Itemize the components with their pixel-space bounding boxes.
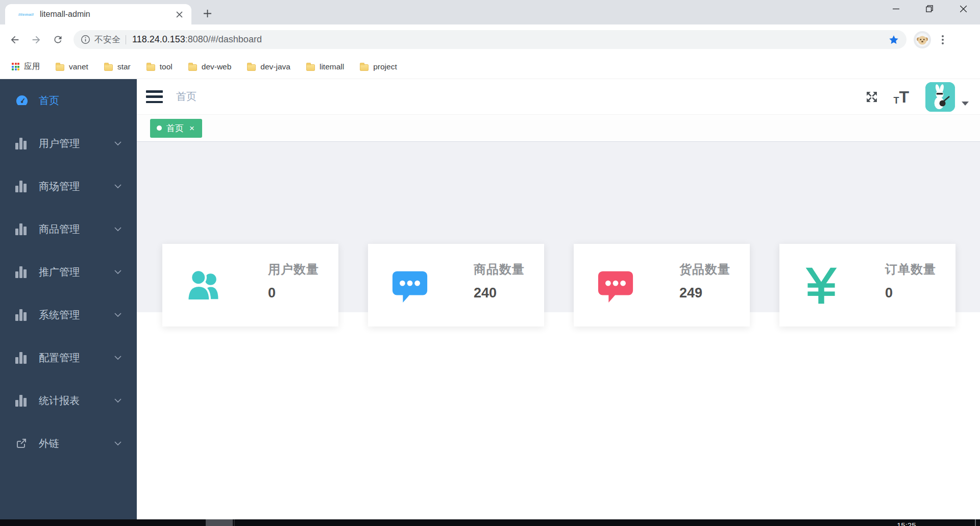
apps-grid-icon xyxy=(12,63,19,70)
show-desktop-button[interactable] xyxy=(975,519,976,526)
sidebar-item-label: 商场管理 xyxy=(39,180,80,193)
folder-icon xyxy=(188,64,197,71)
avatar-caret-down-icon[interactable] xyxy=(962,102,969,106)
bookmark-folder-project[interactable]: project xyxy=(356,60,401,73)
main-area: 首页 TT xyxy=(137,79,980,519)
dashboard-gauge-icon xyxy=(15,94,29,107)
fullscreen-icon[interactable] xyxy=(865,90,879,104)
bookmark-apps[interactable]: 应用 xyxy=(8,59,44,74)
bar-chart-icon xyxy=(15,394,29,407)
bar-chart-icon xyxy=(15,223,29,235)
favicon-litemall-icon: litemall xyxy=(18,12,34,17)
bookmark-folder-litemall[interactable]: litemall xyxy=(302,60,348,73)
back-icon[interactable] xyxy=(6,31,23,48)
window-close-button[interactable] xyxy=(946,0,980,17)
bookmark-label: project xyxy=(373,62,397,71)
folder-icon xyxy=(306,64,315,71)
external-link-icon xyxy=(15,437,29,449)
sidebar-item-config-mgmt[interactable]: 配置管理 xyxy=(0,336,137,379)
navbar-right: TT xyxy=(865,82,980,112)
bookmark-folder-dev-web[interactable]: dev-web xyxy=(184,60,236,73)
sidebar-item-label: 用户管理 xyxy=(39,137,80,151)
folder-icon xyxy=(146,64,155,71)
bookmark-star-icon[interactable] xyxy=(888,34,899,45)
new-tab-button[interactable] xyxy=(200,6,214,20)
reload-icon[interactable] xyxy=(49,31,66,48)
chevron-down-icon xyxy=(113,267,122,277)
browser-menu-icon[interactable] xyxy=(935,32,950,47)
card-value: 0 xyxy=(885,285,936,301)
tag-close-icon[interactable]: × xyxy=(188,124,195,133)
bookmark-label: 应用 xyxy=(24,61,40,72)
card-user-count[interactable]: 用户数量 0 xyxy=(162,244,338,327)
card-goods-count[interactable]: 商品数量 240 xyxy=(368,244,544,327)
browser-profile-avatar[interactable] xyxy=(914,31,931,48)
sidebar-item-label: 首页 xyxy=(39,94,59,108)
sidebar-item-label: 外链 xyxy=(39,437,59,450)
forward-icon[interactable] xyxy=(28,31,45,48)
bookmark-label: dev-java xyxy=(260,62,290,71)
tab-close-icon[interactable] xyxy=(173,8,185,20)
browser-toolbar: 不安全 118.24.0.153 :8080/#/dashboard xyxy=(0,24,980,55)
chevron-down-icon xyxy=(113,439,122,448)
litemall-admin-app: 首页 用户管理 商场管理 商品管理 xyxy=(0,79,980,519)
bookmark-folder-dev-java[interactable]: dev-java xyxy=(243,60,295,73)
folder-icon xyxy=(247,64,256,71)
sidebar-item-external-link[interactable]: 外链 xyxy=(0,422,137,465)
card-label: 货品数量 xyxy=(679,261,730,278)
sidebar-item-stats-report[interactable]: 统计报表 xyxy=(0,379,137,422)
card-value: 249 xyxy=(679,285,730,301)
window-restore-button[interactable] xyxy=(913,0,946,17)
screen: litemall litemall-admin xyxy=(0,0,980,526)
chevron-down-icon xyxy=(113,139,122,148)
bookmarks-bar: 应用 vanet star tool dev-web dev-java lite… xyxy=(0,55,980,79)
sidebar-item-label: 配置管理 xyxy=(39,351,80,365)
card-value: 240 xyxy=(474,285,525,301)
sidebar-item-goods-mgmt[interactable]: 商品管理 xyxy=(0,208,137,251)
address-bar[interactable]: 不安全 118.24.0.153 :8080/#/dashboard xyxy=(74,30,906,49)
yuan-currency-icon xyxy=(801,265,842,306)
sidebar-item-system-mgmt[interactable]: 系统管理 xyxy=(0,293,137,336)
site-info-icon[interactable] xyxy=(81,35,90,44)
bookmark-folder-vanet[interactable]: vanet xyxy=(52,60,92,73)
bar-chart-icon xyxy=(15,266,29,278)
chevron-down-icon xyxy=(113,182,122,191)
sidebar-item-home[interactable]: 首页 xyxy=(0,79,137,122)
sidebar-item-label: 商品管理 xyxy=(39,222,80,236)
dashboard-content: 用户数量 0 商品数量 240 xyxy=(137,142,980,519)
sidebar-item-mall-mgmt[interactable]: 商场管理 xyxy=(0,165,137,208)
sidebar-item-label: 系统管理 xyxy=(39,308,80,322)
browser-tab[interactable]: litemall litemall-admin xyxy=(5,4,191,24)
taskbar-app-button[interactable] xyxy=(206,519,233,526)
bookmark-folder-star[interactable]: star xyxy=(100,60,135,73)
font-size-icon[interactable]: TT xyxy=(893,89,909,105)
window-minimize-button[interactable] xyxy=(879,0,913,17)
hamburger-icon[interactable] xyxy=(146,90,163,103)
message-icon xyxy=(389,265,430,306)
taskbar-clock[interactable]: 15:25 xyxy=(897,521,916,526)
card-label: 订单数量 xyxy=(885,261,936,278)
user-avatar[interactable] xyxy=(925,82,955,112)
url-separator xyxy=(126,35,126,44)
message-icon xyxy=(595,265,636,306)
windows-taskbar: 15:25 xyxy=(0,519,980,526)
card-order-count[interactable]: 订单数量 0 xyxy=(779,244,955,327)
security-label[interactable]: 不安全 xyxy=(94,34,120,45)
sidebar-item-promotion-mgmt[interactable]: 推广管理 xyxy=(0,251,137,293)
sidebar-item-user-mgmt[interactable]: 用户管理 xyxy=(0,122,137,165)
chevron-down-icon xyxy=(113,353,122,362)
tags-view-bar: 首页 × xyxy=(137,115,980,142)
tag-home[interactable]: 首页 × xyxy=(150,119,202,138)
bookmark-label: star xyxy=(117,62,131,71)
folder-icon xyxy=(360,64,369,71)
url-host: 118.24.0.153 xyxy=(132,34,185,45)
app-navbar: 首页 TT xyxy=(137,79,980,115)
bookmark-folder-tool[interactable]: tool xyxy=(142,60,177,73)
bookmark-label: vanet xyxy=(69,62,88,71)
browser-tab-bar: litemall litemall-admin xyxy=(0,0,980,24)
bookmark-label: tool xyxy=(160,62,173,71)
chevron-down-icon xyxy=(113,224,122,234)
chevron-down-icon xyxy=(113,310,122,319)
card-product-count[interactable]: 货品数量 249 xyxy=(574,244,750,327)
sidebar-item-label: 推广管理 xyxy=(39,265,80,279)
